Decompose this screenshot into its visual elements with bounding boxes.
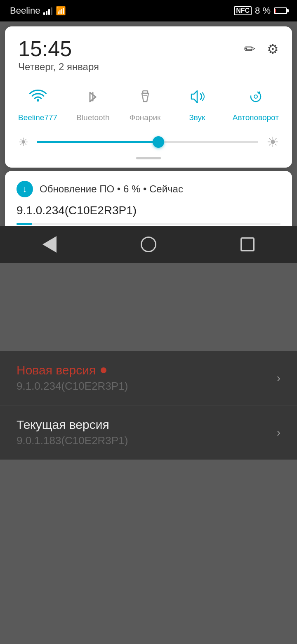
notification-version: 9.1.0.234(C10E2R3P1): [16, 204, 280, 217]
notification-title: Обновление ПО • 6 % • Сейчас: [40, 183, 183, 195]
settings-icon[interactable]: ⚙: [267, 41, 279, 57]
recent-icon: [240, 237, 255, 251]
toggle-wifi[interactable]: Beeline777: [18, 84, 57, 122]
flashlight-icon: [133, 84, 158, 109]
quick-settings-panel: 15:45 Четверг, 2 января ✎ ⚙: [5, 26, 292, 168]
toggle-flashlight[interactable]: Фонарик: [129, 84, 162, 122]
autorotate-label: Автоповорот: [233, 113, 279, 122]
brightness-slider[interactable]: [37, 141, 258, 143]
autorotate-icon: [243, 84, 268, 109]
home-button[interactable]: [136, 232, 161, 257]
signal-bars-icon: [43, 7, 52, 15]
bluetooth-icon: [80, 84, 105, 109]
wifi-label: Beeline777: [18, 113, 57, 122]
brightness-high-icon: ☀: [266, 134, 279, 150]
current-version-chevron: ›: [277, 426, 280, 439]
edit-icon[interactable]: ✎: [240, 40, 259, 59]
battery-percent: 8 %: [255, 5, 271, 16]
toggle-autorotate[interactable]: Автоповорот: [233, 84, 279, 122]
back-button[interactable]: [37, 232, 62, 257]
drag-handle-bar: [136, 157, 161, 159]
download-icon: ↓: [16, 181, 33, 197]
battery-fill: [275, 9, 276, 13]
time-block: 15:45 Четверг, 2 января: [18, 38, 99, 73]
notification-header: ↓ Обновление ПО • 6 % • Сейчас: [16, 181, 280, 197]
status-right: NFC 8 %: [234, 5, 287, 16]
carrier-label: Beeline: [10, 5, 40, 16]
wifi-icon: [26, 84, 50, 109]
current-version-number: 9.0.1.183(C10E2R3P1): [16, 434, 128, 447]
nfc-icon: NFC: [234, 6, 252, 15]
bottom-nav: [0, 226, 297, 263]
brightness-row: ☀ ☀: [18, 134, 279, 150]
new-version-dot: [101, 367, 106, 373]
sound-label: Звук: [189, 113, 205, 122]
toggle-sound[interactable]: Звук: [181, 84, 214, 122]
time-actions: ✎ ⚙: [244, 41, 279, 57]
new-version-number: 9.1.0.234(C10E2R3P1): [16, 380, 128, 393]
notification-progress-fill: [16, 223, 32, 225]
notification-card: ↓ Обновление ПО • 6 % • Сейчас 9.1.0.234…: [5, 171, 292, 235]
notification-progress-bar: [16, 223, 280, 225]
battery-icon: [274, 7, 287, 14]
home-icon: [141, 237, 156, 252]
drag-handle[interactable]: [18, 157, 279, 159]
quick-toggles: Beeline777 Bluetooth: [18, 84, 279, 122]
current-version-title: Текущая версия: [16, 418, 128, 432]
back-icon: [42, 236, 57, 253]
recent-button[interactable]: [235, 232, 260, 257]
status-bar: Beeline 📶 NFC 8 %: [0, 0, 297, 21]
svg-point-1: [196, 102, 198, 103]
bluetooth-label: Bluetooth: [76, 113, 109, 122]
brightness-low-icon: ☀: [18, 135, 28, 149]
new-version-text: Новая версия 9.1.0.234(C10E2R3P1): [16, 363, 128, 393]
new-version-item[interactable]: Новая версия 9.1.0.234(C10E2R3P1) ›: [0, 351, 297, 405]
current-version-text: Текущая версия 9.0.1.183(C10E2R3P1): [16, 418, 128, 447]
brightness-fill: [37, 141, 158, 143]
new-version-chevron: ›: [277, 372, 280, 385]
wifi-status-icon: 📶: [56, 6, 66, 16]
version-list: Новая версия 9.1.0.234(C10E2R3P1) › Теку…: [0, 351, 297, 460]
time-date-row: 15:45 Четверг, 2 января ✎ ⚙: [18, 38, 279, 73]
status-left: Beeline 📶: [10, 5, 66, 16]
brightness-thumb[interactable]: [153, 136, 164, 148]
clock-date: Четверг, 2 января: [18, 61, 99, 73]
new-version-title: Новая версия: [16, 363, 128, 377]
sound-icon: [185, 84, 210, 109]
current-version-item[interactable]: Текущая версия 9.0.1.183(C10E2R3P1) ›: [0, 405, 297, 460]
toggle-bluetooth[interactable]: Bluetooth: [76, 84, 109, 122]
flashlight-label: Фонарик: [130, 113, 161, 122]
clock-time: 15:45: [18, 38, 99, 59]
svg-point-3: [254, 95, 257, 98]
